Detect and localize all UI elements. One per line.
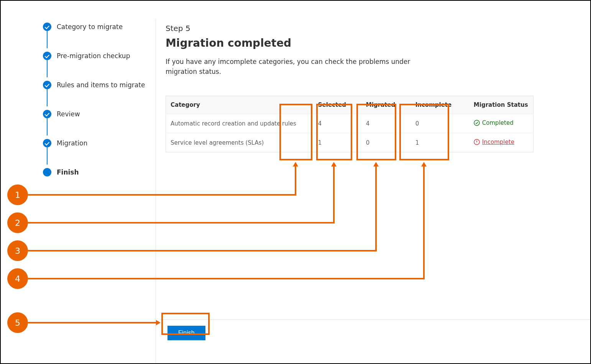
step-connector <box>47 144 48 165</box>
table-row: Automatic record creation and update rul… <box>166 114 534 133</box>
cell-selected: 1 <box>314 133 361 152</box>
callout-line <box>28 250 377 251</box>
cell-migrated: 0 <box>361 133 411 152</box>
callout-line <box>28 194 296 196</box>
arrow-up-icon <box>331 162 337 166</box>
callout-line <box>333 166 335 224</box>
cell-incomplete: 0 <box>411 114 469 133</box>
step-connector <box>47 115 48 135</box>
current-step-icon <box>43 168 51 176</box>
callout-line <box>28 322 156 323</box>
step-label: Migration <box>57 139 87 147</box>
step-finish[interactable]: Finish <box>43 165 156 180</box>
cell-category: Automatic record creation and update rul… <box>166 114 314 133</box>
step-label: Rules and items to migrate <box>57 81 145 89</box>
step-number: Step 5 <box>166 24 534 33</box>
arrow-right-icon <box>156 320 161 325</box>
cell-selected: 4 <box>314 114 361 133</box>
callout-badge-5: 5 <box>7 312 28 333</box>
cell-status: Completed <box>469 114 534 133</box>
status-badge-incomplete[interactable]: Incomplete <box>474 139 514 145</box>
success-icon <box>474 120 480 126</box>
callout-line <box>375 166 377 251</box>
callout-line <box>295 166 296 196</box>
arrow-up-icon <box>421 162 427 166</box>
wizard-stepper: Category to migrate Pre-migration checku… <box>43 19 156 364</box>
wizard-footer: Finish <box>160 319 590 340</box>
arrow-up-icon <box>293 162 298 166</box>
step-connector <box>47 28 48 48</box>
cell-incomplete: 1 <box>411 133 469 152</box>
step-label: Review <box>57 110 80 118</box>
step-connector <box>47 86 48 106</box>
col-incomplete: Incomplete <box>411 96 469 114</box>
cell-category: Service level agreements (SLAs) <box>166 133 314 152</box>
error-icon <box>474 139 480 145</box>
col-migrated: Migrated <box>361 96 411 114</box>
migration-results-table: Category Selected Migrated Incomplete Mi… <box>166 96 534 152</box>
cell-status: Incomplete <box>469 133 534 152</box>
col-category: Category <box>166 96 314 114</box>
main-content: Step 5 Migration completed If you have a… <box>166 24 534 152</box>
callout-badge-4: 4 <box>7 268 28 289</box>
step-pre-migration-checkup[interactable]: Pre-migration checkup <box>43 48 156 64</box>
callout-badge-2: 2 <box>7 212 28 233</box>
page-title: Migration completed <box>166 37 534 49</box>
finish-button[interactable]: Finish <box>167 326 205 340</box>
arrow-up-icon <box>373 162 379 166</box>
callout-badge-3: 3 <box>7 240 28 261</box>
col-status: Migration Status <box>469 96 534 114</box>
step-category-to-migrate[interactable]: Category to migrate <box>43 19 156 34</box>
page-description: If you have any imcomplete categories, y… <box>166 57 434 77</box>
callout-line <box>28 278 425 279</box>
step-connector <box>47 57 48 77</box>
step-label: Pre-migration checkup <box>57 52 130 60</box>
callout-badge-1: 1 <box>7 184 28 205</box>
col-selected: Selected <box>314 96 361 114</box>
table-row: Service level agreements (SLAs) 1 0 1 In… <box>166 133 534 152</box>
status-badge-completed: Completed <box>474 119 514 126</box>
step-rules-and-items[interactable]: Rules and items to migrate <box>43 77 156 93</box>
step-label: Category to migrate <box>57 23 123 31</box>
step-review[interactable]: Review <box>43 106 156 122</box>
cell-migrated: 4 <box>361 114 411 133</box>
callout-line <box>28 222 335 224</box>
step-label: Finish <box>57 168 79 176</box>
step-migration[interactable]: Migration <box>43 135 156 151</box>
svg-point-3 <box>476 143 477 144</box>
callout-line <box>423 166 425 279</box>
